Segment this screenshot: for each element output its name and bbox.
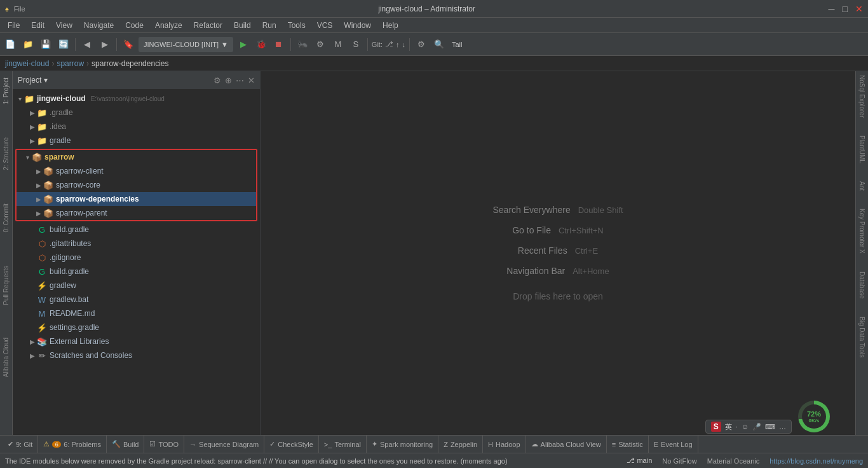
bottom-tab-statistic[interactable]: ≡ Statistic — [607, 436, 649, 453]
left-tab-pullrequests[interactable]: Pull Requests — [1, 262, 11, 309]
breadcrumb-root[interactable]: jingwei-cloud — [5, 59, 49, 68]
bottom-tab-build[interactable]: 🔨 Build — [107, 436, 144, 453]
project-close-icon[interactable]: ✕ — [248, 76, 255, 85]
tree-item-build-gradle[interactable]: ▶ G build.gradle — [13, 223, 260, 237]
toolbar-settings-btn[interactable]: ⚙ — [414, 37, 429, 52]
menu-edit[interactable]: Edit — [26, 20, 50, 31]
terminal-icon: >_ — [324, 441, 332, 448]
bottom-tab-zeppelin[interactable]: Z Zeppelin — [438, 436, 483, 453]
menu-refactor[interactable]: Refactor — [189, 20, 227, 31]
git-push-btn[interactable]: ↑ — [396, 41, 400, 48]
menu-view[interactable]: View — [51, 20, 78, 31]
tree-item-build-gradle2[interactable]: ▶ G build.gradle — [13, 265, 260, 279]
project-scroll-icon[interactable]: ⊕ — [225, 76, 232, 85]
ime-keyboard[interactable]: ⌨ — [765, 423, 775, 431]
toolbar-bookmark-btn[interactable]: 🔖 — [121, 37, 136, 52]
run-config-selector[interactable]: JINGWEI-CLOUD [INIT] ▼ — [139, 37, 233, 52]
left-tab-alibabacloud[interactable]: Alibaba Cloud — [1, 334, 11, 381]
bottom-tab-todo[interactable]: ☑ TODO — [144, 436, 184, 453]
tree-item-gradlew-bat[interactable]: ▶ W gradlew.bat — [13, 292, 260, 306]
bottom-tab-problems[interactable]: ⚠ 6 6: Problems — [38, 436, 107, 453]
seqdiagram-icon: → — [189, 441, 196, 448]
left-tab-structure[interactable]: 2: Structure — [1, 134, 11, 174]
right-tab-ant[interactable]: Ant — [857, 177, 867, 195]
toolbar-sync-btn[interactable]: 🔄 — [56, 37, 71, 52]
left-tab-project[interactable]: 1: Project — [1, 74, 11, 108]
build-gradle2-label: build.gradle — [50, 267, 89, 276]
bottom-tab-terminal[interactable]: >_ Terminal — [319, 436, 367, 453]
toolbar-gradle-btn[interactable]: ⚙ — [313, 37, 328, 52]
ime-lang[interactable]: 英 — [725, 422, 732, 432]
close-button[interactable]: ✕ — [855, 4, 863, 13]
tree-item-sparrow-client[interactable]: ▶ 📦 sparrow-client — [17, 164, 256, 178]
menu-build[interactable]: Build — [229, 20, 256, 31]
tree-item-scratches[interactable]: ▶ ✏ Scratches and Consoles — [13, 348, 260, 362]
toolbar-save-btn[interactable]: 💾 — [38, 37, 53, 52]
menu-navigate[interactable]: Navigate — [79, 20, 119, 31]
git-pull-btn[interactable]: ↓ — [402, 41, 405, 48]
right-tab-bigdata[interactable]: Big Data Tools — [857, 313, 867, 361]
right-tab-keypromoter[interactable]: Key Promoter X — [857, 205, 867, 258]
breadcrumb-sparrow[interactable]: sparrow — [57, 59, 84, 68]
tree-item-gradle-hidden[interactable]: ▶ 📁 .gradle — [13, 106, 260, 120]
toolbar-maven-btn[interactable]: M — [330, 37, 346, 52]
toolbar-run-btn[interactable]: ▶ — [236, 37, 251, 52]
tree-item-gitignore[interactable]: ▶ ⬡ .gitignore — [13, 251, 260, 265]
tree-item-sparrow-parent[interactable]: ▶ 📦 sparrow-parent — [17, 206, 256, 220]
toolbar-sdk-btn[interactable]: S — [348, 37, 363, 52]
build-gradle-icon: G — [37, 224, 47, 235]
bottom-tab-alibabacloud[interactable]: ☁ Alibaba Cloud View — [526, 436, 607, 453]
menu-window[interactable]: Window — [339, 20, 376, 31]
menu-run[interactable]: Run — [257, 20, 281, 31]
breadcrumb-sparrow-dep[interactable]: sparrow-dependencies — [92, 59, 168, 68]
tree-item-idea[interactable]: ▶ 📁 .idea — [13, 120, 260, 134]
menu-code[interactable]: Code — [120, 20, 149, 31]
bottom-tab-eventlog[interactable]: E Event Log — [649, 436, 698, 453]
toolbar-debug-btn[interactable]: 🐞 — [254, 37, 269, 52]
toolbar-back-btn[interactable]: ◀ — [79, 37, 95, 52]
bottom-tab-checkstyle[interactable]: ✓ CheckStyle — [264, 436, 319, 453]
tree-item-root[interactable]: ▾ 📁 jingwei-cloud E:\vastmoon\jingwei-cl… — [13, 92, 260, 106]
cpu-widget[interactable]: 72% 0K/s — [798, 401, 830, 432]
hadoop-icon: H — [488, 441, 493, 448]
tree-item-ext-libs[interactable]: ▶ 📚 External Libraries — [13, 334, 260, 348]
menu-file[interactable]: File — [3, 20, 25, 31]
tree-item-sparrow[interactable]: ▾ 📦 sparrow — [17, 150, 256, 164]
tree-item-gitattributes[interactable]: ▶ ⬡ .gitattributes — [13, 237, 260, 251]
tree-item-gradlew[interactable]: ▶ ⚡ gradlew — [13, 279, 260, 292]
tree-item-readme[interactable]: ▶ M README.md — [13, 306, 260, 320]
bottom-tab-git[interactable]: ✔ 9: Git — [3, 436, 38, 453]
left-tool-window-tabs: 1: Project 2: Structure 0: Commit Pull R… — [0, 71, 13, 435]
toolbar-search-btn[interactable]: 🔍 — [431, 37, 447, 52]
right-tab-database[interactable]: Database — [857, 268, 867, 303]
menu-tools[interactable]: Tools — [283, 20, 311, 31]
tree-item-sparrow-core[interactable]: ▶ 📦 sparrow-core — [17, 178, 256, 192]
menu-help[interactable]: Help — [377, 20, 403, 31]
tree-item-settings-gradle[interactable]: ▶ ⚡ settings.gradle — [13, 320, 260, 334]
bottom-tab-spark[interactable]: ✦ Spark monitoring — [367, 436, 438, 453]
status-branch[interactable]: ⎇ main — [627, 457, 652, 465]
right-tab-plantuml[interactable]: PlantUML — [857, 132, 867, 167]
bottom-tab-seqdiagram[interactable]: → Sequence Diagram — [184, 436, 264, 453]
ime-face[interactable]: ☺ — [742, 423, 749, 430]
menu-analyze[interactable]: Analyze — [150, 20, 187, 31]
tree-item-gradle-dir[interactable]: ▶ 📁 gradle — [13, 134, 260, 148]
left-tab-commit[interactable]: 0: Commit — [1, 200, 11, 237]
ime-mic[interactable]: 🎤 — [752, 423, 761, 431]
toolbar-fwd-btn[interactable]: ▶ — [97, 37, 112, 52]
toolbar-stop-btn[interactable]: ⏹ — [271, 37, 287, 52]
minimize-button[interactable]: ─ — [829, 4, 835, 13]
maximize-button[interactable]: □ — [843, 4, 848, 13]
tree-item-sparrow-deps[interactable]: ▶ 📦 sparrow-dependencies — [17, 192, 256, 206]
project-gear-icon[interactable]: ⋯ — [236, 76, 244, 85]
menu-vcs[interactable]: VCS — [312, 20, 338, 31]
shortcut-goto-key: Ctrl+Shift+N — [559, 226, 604, 235]
project-settings-icon[interactable]: ⚙ — [214, 76, 221, 85]
bottom-tab-hadoop[interactable]: H Hadoop — [483, 436, 526, 453]
toolbar-open-btn[interactable]: 📁 — [20, 37, 36, 52]
toolbar-new-btn[interactable]: 📄 — [3, 37, 18, 52]
right-tab-nosql[interactable]: NoSql Explorer — [857, 71, 867, 121]
ime-more[interactable]: … — [779, 423, 786, 430]
toolbar-ant-btn[interactable]: 🐜 — [295, 37, 310, 52]
gradle-dir-arrow: ▶ — [28, 137, 37, 144]
